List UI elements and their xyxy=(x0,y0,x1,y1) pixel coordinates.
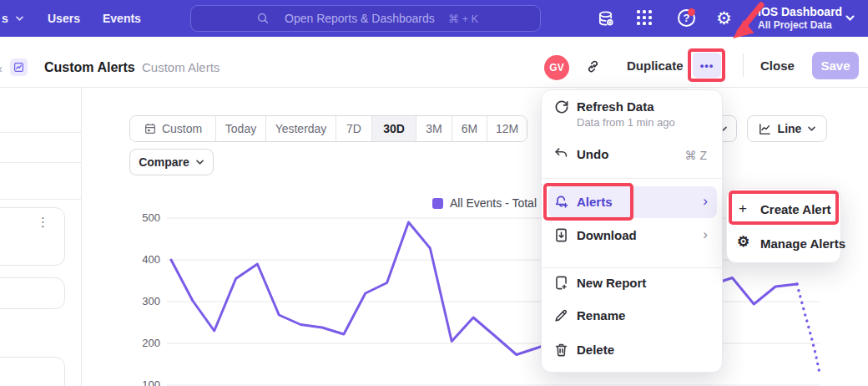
y-tick-100: 100 xyxy=(127,378,160,386)
refresh-icon xyxy=(553,99,570,115)
report-type-icon xyxy=(10,58,28,76)
range-yesterday[interactable]: Yesterday xyxy=(266,116,336,141)
nav-item-partial[interactable]: s xyxy=(2,0,24,37)
search-placeholder: Open Reports & Dashboards xyxy=(285,12,435,25)
avatar[interactable]: GV xyxy=(544,55,569,80)
sidebar-divider xyxy=(0,132,81,133)
chevron-down-icon xyxy=(195,160,204,165)
global-search[interactable]: Open Reports & Dashboards ⌘ + K xyxy=(190,5,541,32)
y-tick-400: 400 xyxy=(127,253,160,266)
date-range-picker: Custom Today Yesterday 7D 30D 3M 6M 12M xyxy=(129,115,527,142)
menu-item-label: Undo xyxy=(577,147,608,162)
chart-legend[interactable]: All Events - Total xyxy=(432,196,537,210)
chart-type-button[interactable]: Line xyxy=(747,115,827,142)
delete-trash-icon xyxy=(553,342,569,358)
apps-grid-icon[interactable] xyxy=(637,10,652,25)
search-icon xyxy=(256,12,270,25)
legend-swatch xyxy=(432,198,443,209)
range-6m[interactable]: 6M xyxy=(452,116,487,141)
gear-icon: ⚙ xyxy=(737,235,749,250)
range-custom[interactable]: Custom xyxy=(130,116,216,141)
sidebar-divider xyxy=(0,162,81,163)
rename-pencil-icon xyxy=(553,307,569,323)
save-button[interactable]: Save xyxy=(812,52,859,79)
chevron-down-icon xyxy=(15,16,24,22)
undo-icon xyxy=(553,146,569,162)
more-options-menu: Refresh Data Data from 1 min ago Undo ⌘ … xyxy=(541,89,723,373)
annotation-box-create-alert xyxy=(729,190,839,225)
annotation-box-alerts xyxy=(543,183,633,221)
sidebar-card[interactable]: ⋮ xyxy=(0,207,65,266)
help-icon[interactable]: ? xyxy=(678,9,695,27)
range-12m[interactable]: 12M xyxy=(487,116,527,141)
kebab-menu-icon[interactable]: ⋮ xyxy=(37,220,49,225)
menu-item-label: Refresh Data xyxy=(577,99,654,114)
menu-divider xyxy=(542,267,722,268)
nav-item-events[interactable]: Events xyxy=(103,0,141,37)
line-chart-icon xyxy=(758,122,772,136)
new-report-icon xyxy=(553,275,569,291)
share-link-icon[interactable] xyxy=(585,58,601,74)
sidebar-divider xyxy=(0,199,81,200)
annotation-arrow xyxy=(718,0,776,50)
nav-item-users[interactable]: Users xyxy=(48,0,80,37)
range-3m[interactable]: 3M xyxy=(416,116,452,141)
download-icon xyxy=(553,227,569,243)
range-30d-selected[interactable]: 30D xyxy=(372,116,416,141)
header-divider xyxy=(743,53,744,77)
chart-projection-dotted xyxy=(797,284,820,373)
range-today[interactable]: Today xyxy=(216,116,266,141)
submenu-item-label: Manage Alerts xyxy=(760,236,845,251)
menu-divider xyxy=(542,178,722,179)
menu-item-sublabel: Data from 1 min ago xyxy=(577,116,675,130)
y-tick-200: 200 xyxy=(127,337,160,349)
menu-item-label: Rename xyxy=(577,308,625,323)
breadcrumb[interactable]: Custom Alerts xyxy=(142,59,220,76)
edge-collapse-icon[interactable]: ‹ xyxy=(0,61,3,75)
page-title: Custom Alerts xyxy=(44,59,135,76)
chevron-down-icon xyxy=(807,126,816,132)
submenu-arrow-icon: › xyxy=(703,228,708,241)
sidebar-card[interactable] xyxy=(0,357,65,386)
y-tick-300: 300 xyxy=(127,295,160,307)
app-window: 500 400 300 200 100 All Events - Total ⋮… xyxy=(0,0,868,386)
menu-item-label: New Report xyxy=(577,276,646,291)
range-7d[interactable]: 7D xyxy=(336,116,372,141)
y-tick-500: 500 xyxy=(127,211,160,224)
duplicate-button[interactable]: Duplicate xyxy=(627,58,684,73)
search-shortcut: ⌘ + K xyxy=(448,13,479,25)
annotation-box-more-button xyxy=(688,48,725,82)
sidebar-card[interactable] xyxy=(0,277,65,309)
submenu-arrow-icon: › xyxy=(703,195,708,208)
notification-dot xyxy=(688,8,695,16)
menu-item-label: Download xyxy=(577,228,637,243)
menu-item-label: Delete xyxy=(577,343,614,358)
compare-button[interactable]: Compare xyxy=(129,149,214,175)
close-button[interactable]: Close xyxy=(760,58,795,73)
menu-item-shortcut: ⌘ Z xyxy=(685,149,707,162)
project-chevron-icon[interactable] xyxy=(845,15,855,22)
data-management-icon[interactable] xyxy=(597,9,616,32)
legend-label: All Events - Total xyxy=(450,196,537,210)
calendar-icon xyxy=(144,122,157,135)
